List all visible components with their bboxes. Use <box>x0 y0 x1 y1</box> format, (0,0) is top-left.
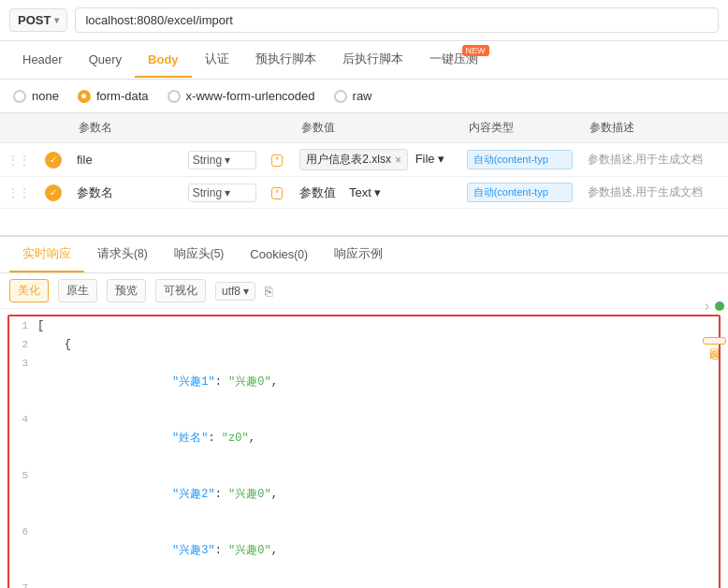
col-header-name: 参数名 <box>69 113 181 143</box>
radio-none[interactable]: none <box>13 89 59 103</box>
tab-query[interactable]: Query <box>76 43 135 78</box>
radio-form-data-label: form-data <box>96 89 149 103</box>
row1-param-name[interactable]: file <box>69 143 181 177</box>
radio-none-label: none <box>32 89 59 103</box>
spacer <box>0 209 728 226</box>
row1-type-select[interactable]: String ▾ <box>188 151 257 169</box>
code-area: 1 [ 2 { 3 "兴趣1": "兴趣0", <box>0 309 728 588</box>
row2-value: 参数值 Text ▾ <box>292 177 459 209</box>
expand-right-icon[interactable]: › <box>705 298 709 315</box>
code-line-1: 1 [ <box>9 316 719 335</box>
copy-icon[interactable]: ⎘ <box>265 284 272 299</box>
code-line-3: 3 "兴趣1": "兴趣0", <box>9 354 719 410</box>
tab-body[interactable]: Body <box>135 43 192 78</box>
radio-urlencoded-label: x-www-form-urlencoded <box>186 89 315 103</box>
table-row: ⋮⋮ ✓ 参数名 String ▾ * 参数值 Text ▾ <box>0 177 728 209</box>
params-table: 参数名 参数值 内容类型 参数描述 ⋮⋮ ✓ file String ▾ <box>0 113 728 209</box>
row1-value: 用户信息表2.xlsx × File ▾ <box>292 143 459 177</box>
url-bar: POST ▾ <box>0 0 728 41</box>
btn-visualize[interactable]: 可视化 <box>155 279 206 302</box>
radio-urlencoded[interactable]: x-www-form-urlencoded <box>167 89 315 103</box>
row2-type-select[interactable]: String ▾ <box>188 184 257 202</box>
row1-check-icon[interactable]: ✓ <box>45 152 62 169</box>
radio-form-data[interactable]: form-data <box>78 89 149 103</box>
main-tabs: Header Query Body 认证 预执行脚本 后执行脚本 一键压测 NE… <box>0 41 728 80</box>
code-highlight-box: 1 [ 2 { 3 "兴趣1": "兴趣0", <box>7 315 721 588</box>
radio-none-circle <box>13 90 26 103</box>
code-toolbar: 美化 原生 预览 可视化 utf8 ▾ ⎘ <box>0 273 728 309</box>
row1-content-type: 自动(content-typ <box>467 150 573 169</box>
col-header-desc: 参数描述 <box>580 113 728 143</box>
col-header-content: 内容类型 <box>459 113 580 143</box>
method-chevron-icon: ▾ <box>54 15 59 25</box>
row1-file-badge: 用户信息表2.xlsx × <box>299 149 408 170</box>
table-row: ⋮⋮ ✓ file String ▾ * 用户信息表2.xlsx × <box>0 143 728 177</box>
return-button[interactable]: 返回 <box>703 337 726 345</box>
tab-post-script[interactable]: 后执行脚本 <box>329 41 416 79</box>
btn-raw[interactable]: 原生 <box>58 279 97 302</box>
url-input[interactable] <box>75 7 719 33</box>
code-line-6: 6 "兴趣3": "兴趣0", <box>9 522 719 579</box>
encoding-select[interactable]: utf8 ▾ <box>215 282 255 301</box>
code-line-7: 7 "年龄": "18.0", <box>9 579 719 588</box>
method-select[interactable]: POST ▾ <box>9 8 67 32</box>
radio-raw[interactable]: raw <box>334 89 372 103</box>
radio-raw-circle <box>334 90 347 103</box>
code-line-5: 5 "兴趣2": "兴趣0", <box>9 466 719 522</box>
tab-response-headers[interactable]: 响应头(5) <box>161 237 238 272</box>
drag-handle-icon[interactable]: ⋮⋮ <box>7 186 30 199</box>
row2-content-type: 自动(content-typ <box>467 183 573 202</box>
row1-desc: 参数描述,用于生成文档 <box>580 143 728 177</box>
btn-beautify[interactable]: 美化 <box>9 279 49 302</box>
row2-required: * <box>271 187 283 199</box>
radio-raw-label: raw <box>353 89 372 103</box>
tab-request-headers[interactable]: 请求头(8) <box>84 237 161 272</box>
body-options: none form-data x-www-form-urlencoded raw <box>0 80 728 113</box>
tab-pre-script[interactable]: 预执行脚本 <box>242 41 329 79</box>
tab-realtime-response[interactable]: 实时响应 <box>9 237 84 272</box>
row2-check-icon[interactable]: ✓ <box>45 184 62 201</box>
response-tabs: 实时响应 请求头(8) 响应头(5) Cookies(0) 响应示例 <box>0 237 728 273</box>
row2-param-name[interactable]: 参数名 <box>69 177 181 209</box>
tab-response-example[interactable]: 响应示例 <box>321 237 396 272</box>
code-line-4: 4 "姓名": "z0", <box>9 410 719 466</box>
row1-required: * <box>271 154 283 167</box>
bottom-section: 实时响应 请求头(8) 响应头(5) Cookies(0) 响应示例 美化 原生… <box>0 235 728 588</box>
new-badge: NEW <box>462 45 489 56</box>
method-label: POST <box>18 13 51 27</box>
row1-file-remove-icon[interactable]: × <box>395 154 401 167</box>
radio-form-data-circle <box>78 90 91 103</box>
code-line-2: 2 { <box>9 335 719 354</box>
radio-urlencoded-circle <box>167 90 181 103</box>
tab-cookies[interactable]: Cookies(0) <box>237 239 321 272</box>
col-header-value: 参数值 <box>292 113 459 143</box>
btn-preview[interactable]: 预览 <box>107 279 146 302</box>
tab-load-test[interactable]: 一键压测 NEW <box>416 41 491 79</box>
drag-handle-icon[interactable]: ⋮⋮ <box>7 154 30 167</box>
tab-header[interactable]: Header <box>9 43 76 78</box>
tab-auth[interactable]: 认证 <box>192 41 242 79</box>
connection-status-dot <box>715 301 724 311</box>
row2-desc: 参数描述,用于生成文档 <box>580 177 728 209</box>
